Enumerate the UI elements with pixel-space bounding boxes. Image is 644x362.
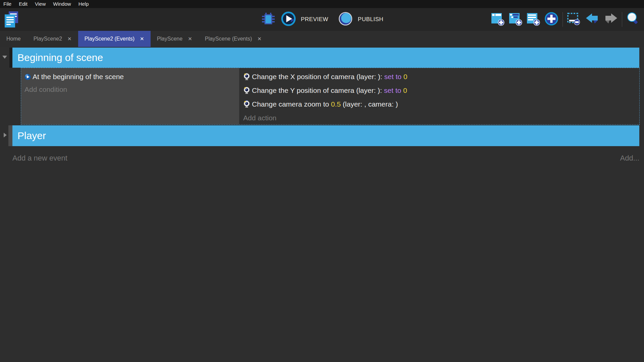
camera-zoom-icon (243, 100, 250, 108)
add-condition-button[interactable]: Add condition (24, 83, 236, 96)
gdevelop-window: File Edit View Window Help (0, 0, 644, 362)
camera-icon (243, 73, 250, 80)
action-text: Change camera zoom to 0.5 (layer: , came… (252, 100, 398, 108)
add-new-event-button[interactable]: Add a new event (12, 154, 67, 163)
add-ellipsis-button[interactable]: Add... (620, 154, 639, 163)
search-icon[interactable] (626, 11, 641, 27)
action-row[interactable]: Change the Y position of camera (layer: … (243, 83, 636, 97)
tab-label: Home (6, 36, 21, 42)
tab-playscene[interactable]: PlayScene ✕ (151, 31, 199, 47)
add-event-icon[interactable] (491, 12, 505, 27)
main-toolbar: PREVIEW PUBLISH (0, 8, 644, 31)
events-sheet: Beginning of scene At the beginning of t… (0, 47, 644, 362)
add-subevent-icon[interactable] (508, 12, 523, 27)
condition-row[interactable]: At the beginning of the scene (24, 70, 236, 83)
publish-globe-icon[interactable] (338, 11, 353, 28)
action-row[interactable]: Change camera zoom to 0.5 (layer: , came… (243, 97, 636, 111)
condition-text: At the beginning of the scene (33, 73, 124, 81)
menu-window[interactable]: Window (49, 0, 74, 8)
menu-bar: File Edit View Window Help (0, 0, 644, 8)
event-group-handle[interactable] (9, 48, 12, 68)
debug-bug-icon[interactable] (261, 12, 276, 27)
group-header-beginning-of-scene[interactable]: Beginning of scene (12, 48, 639, 68)
toolbar-separator (622, 12, 622, 27)
close-icon[interactable]: ✕ (140, 36, 144, 42)
actions-panel: Change the X position of camera (layer: … (239, 68, 639, 124)
tab-home[interactable]: Home (0, 31, 27, 47)
select-delete-icon[interactable] (567, 12, 581, 27)
close-icon[interactable]: ✕ (188, 36, 192, 42)
toolbar-right-group (491, 8, 641, 31)
tab-bar: Home PlayScene2 ✕ PlayScene2 (Events) ✕ … (0, 31, 644, 47)
toolbar-separator (562, 12, 563, 27)
selected-event[interactable]: At the beginning of the scene Add condit… (21, 68, 640, 125)
collapse-arrow-icon[interactable] (2, 56, 7, 59)
menu-help[interactable]: Help (75, 0, 93, 8)
undo-icon[interactable] (585, 12, 600, 27)
menu-file[interactable]: File (3, 0, 15, 8)
event-group-handle[interactable] (8, 125, 12, 146)
menu-view[interactable]: View (31, 0, 49, 8)
menu-edit[interactable]: Edit (15, 0, 31, 8)
tab-label: PlayScene (Events) (205, 36, 252, 42)
tab-label: PlayScene2 (34, 36, 62, 42)
condition-play-icon (24, 74, 31, 80)
add-circle-icon[interactable] (544, 11, 559, 27)
action-row[interactable]: Change the X position of camera (layer: … (243, 70, 636, 83)
tab-label: PlayScene2 (Events) (85, 36, 135, 42)
tab-label: PlayScene (157, 36, 183, 42)
tab-playscene2[interactable]: PlayScene2 ✕ (27, 31, 78, 47)
add-comment-icon[interactable] (526, 12, 540, 27)
action-text: Change the Y position of camera (layer: … (252, 86, 407, 95)
close-icon[interactable]: ✕ (257, 36, 262, 42)
camera-icon (243, 86, 250, 94)
add-action-button[interactable]: Add action (243, 111, 636, 125)
action-text: Change the X position of camera (layer: … (252, 73, 407, 81)
expand-arrow-icon[interactable] (4, 133, 7, 137)
tab-playscene2-events[interactable]: PlayScene2 (Events) ✕ (78, 31, 151, 47)
publish-button[interactable]: PUBLISH (358, 16, 383, 23)
preview-button[interactable]: PREVIEW (301, 16, 328, 23)
redo-icon[interactable] (603, 12, 618, 27)
conditions-panel: At the beginning of the scene Add condit… (21, 68, 239, 124)
close-icon[interactable]: ✕ (67, 36, 72, 42)
tab-playscene-events[interactable]: PlayScene (Events) ✕ (199, 31, 268, 47)
group-header-player[interactable]: Player (12, 125, 639, 146)
add-event-row: Add a new event Add... (12, 152, 639, 165)
preview-play-icon[interactable] (281, 11, 296, 28)
